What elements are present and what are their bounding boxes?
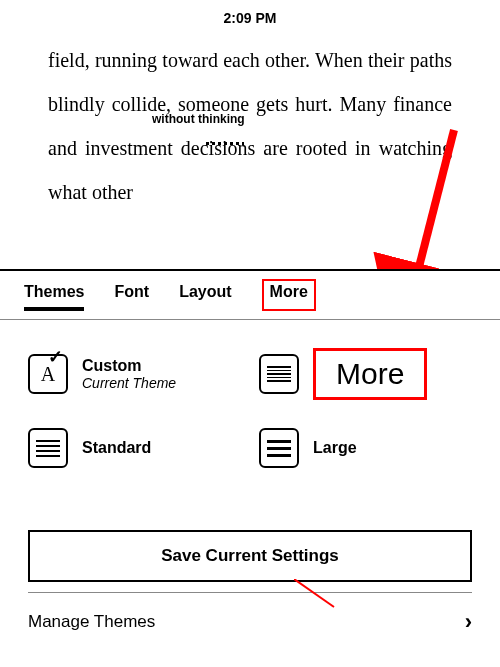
checkmark-icon: ✓ bbox=[48, 346, 63, 368]
tab-themes[interactable]: Themes bbox=[24, 283, 84, 311]
status-bar: 2:09 PM bbox=[0, 0, 500, 32]
theme-large[interactable]: Large bbox=[259, 428, 472, 468]
theme-standard-label: Standard bbox=[82, 439, 151, 457]
theme-custom-icon: ✓ bbox=[28, 354, 68, 394]
theme-standard-icon bbox=[28, 428, 68, 468]
themes-grid: ✓ Custom Current Theme More Standard bbox=[0, 320, 500, 468]
manage-themes-label: Manage Themes bbox=[28, 612, 155, 632]
divider bbox=[28, 592, 472, 593]
clock: 2:09 PM bbox=[224, 10, 277, 26]
manage-themes-button[interactable]: Manage Themes › bbox=[0, 599, 500, 635]
theme-custom-label: Custom Current Theme bbox=[82, 357, 176, 391]
theme-standard[interactable]: Standard bbox=[28, 428, 241, 468]
chevron-right-icon: › bbox=[465, 609, 472, 635]
inline-annotation: without thinking bbox=[152, 97, 245, 145]
save-settings-button[interactable]: Save Current Settings bbox=[28, 530, 472, 582]
theme-large-icon bbox=[259, 428, 299, 468]
reading-area[interactable]: without thinking field, running toward e… bbox=[0, 32, 500, 292]
annotation-underline bbox=[206, 142, 244, 145]
theme-large-label: Large bbox=[313, 439, 357, 457]
tab-font[interactable]: Font bbox=[114, 283, 149, 311]
tab-layout[interactable]: Layout bbox=[179, 283, 231, 311]
more-callout: More bbox=[313, 348, 427, 400]
theme-compact[interactable]: More bbox=[259, 348, 472, 400]
reading-text: field, running toward each other. When t… bbox=[48, 49, 452, 203]
theme-custom[interactable]: ✓ Custom Current Theme bbox=[28, 348, 241, 400]
tab-more[interactable]: More bbox=[262, 279, 316, 311]
annotation-text: without thinking bbox=[152, 112, 245, 126]
settings-tabs: Themes Font Layout More bbox=[0, 271, 500, 320]
theme-compact-icon bbox=[259, 354, 299, 394]
display-settings-panel: Themes Font Layout More ✓ Custom Current… bbox=[0, 269, 500, 667]
